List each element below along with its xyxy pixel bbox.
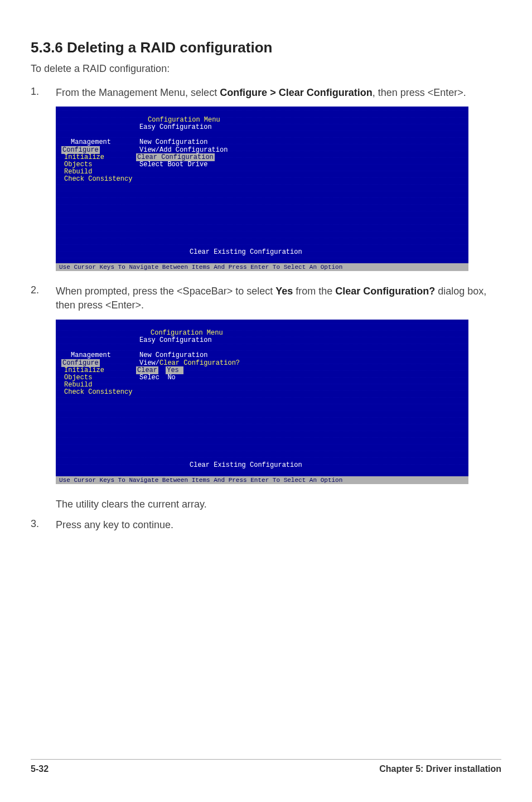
step-2-seg-1: Yes (275, 286, 293, 297)
step-number: 3. (31, 518, 56, 532)
conf-item-easy-2: Easy Configuration (139, 337, 212, 344)
conf-item-new-2: New Configuration (139, 352, 207, 359)
step-2: 2. When prompted, press the <SpaceBar> t… (31, 284, 501, 312)
post-shot-text: The utility clears the current array. (56, 497, 207, 511)
page-footer: 5-32 Chapter 5: Driver installation (31, 759, 501, 774)
step-number: 1. (31, 86, 56, 100)
mgmt-item-initialize-2: Initialize (64, 367, 104, 374)
step-number-blank (31, 497, 56, 511)
mgmt-item-check: Check Consistency (64, 176, 132, 183)
conf-item-boot: Select Boot Drive (139, 161, 207, 168)
step-2-seg-0: When prompted, press the <SpaceBar> to s… (56, 286, 275, 297)
section-heading: 5.3.6 Deleting a RAID configuration (31, 39, 501, 56)
step-1-seg-2: , then press <Enter>. (373, 87, 466, 98)
bios-bg-pattern (56, 320, 468, 484)
step-text: From the Management Menu, select Configu… (56, 86, 466, 100)
bios-footer-bar: Use Cursor Keys To Navigate Between Item… (56, 263, 468, 271)
mgmt-item-rebuild-2: Rebuild (64, 381, 92, 389)
page-number: 5-32 (31, 764, 49, 774)
conf-item-easy: Easy Configuration (139, 124, 212, 131)
bios-screenshot-1: Configuration Menu Management Configure … (56, 107, 468, 271)
mgmt-label-2: Management (71, 352, 111, 359)
bios-footer-bar-2: Use Cursor Keys To Navigate Between Item… (56, 476, 468, 484)
conf-item-view-prefix-2: View/Clear Configuration? (139, 360, 240, 367)
step-text: Press any key to continue. (56, 518, 173, 532)
conf-item-selec-2: Selec No (139, 374, 176, 381)
step-text: When prompted, press the <SpaceBar> to s… (56, 284, 501, 312)
bios-bg-pattern (56, 107, 468, 271)
post-step-2-note: The utility clears the current array. (31, 497, 501, 511)
mgmt-label: Management (71, 139, 111, 146)
mgmt-item-objects-2: Objects (64, 374, 92, 381)
banner-clear-existing: Clear Existing Configuration (190, 249, 302, 256)
step-2-seg-2: from the (293, 286, 335, 297)
banner-clear-existing-2: Clear Existing Configuration (190, 462, 302, 469)
mgmt-item-check-2: Check Consistency (64, 389, 132, 396)
step-2-seg-3: Clear Configuration? (335, 286, 435, 297)
conf-item-new: New Configuration (139, 139, 207, 146)
dialog-option-yes: Yes (166, 366, 183, 374)
step-1-seg-0: From the Management Menu, select (56, 87, 220, 98)
config-menu-title-2: Configuration Menu (151, 330, 223, 337)
step-1: 1. From the Management Menu, select Conf… (31, 86, 501, 100)
intro-text: To delete a RAID configuration: (31, 63, 501, 75)
step-number: 2. (31, 284, 56, 312)
step-3: 3. Press any key to continue. (31, 518, 501, 532)
bios-screenshot-2: Configuration Menu Management Configure … (56, 320, 468, 484)
chapter-label: Chapter 5: Driver installation (379, 764, 501, 774)
dialog-option-no: No (167, 374, 175, 381)
mgmt-item-configure-2: Configure (61, 360, 100, 367)
step-1-seg-1: Configure > Clear Configuration (220, 87, 373, 98)
dialog-title: Clear Configuration? (159, 359, 240, 367)
